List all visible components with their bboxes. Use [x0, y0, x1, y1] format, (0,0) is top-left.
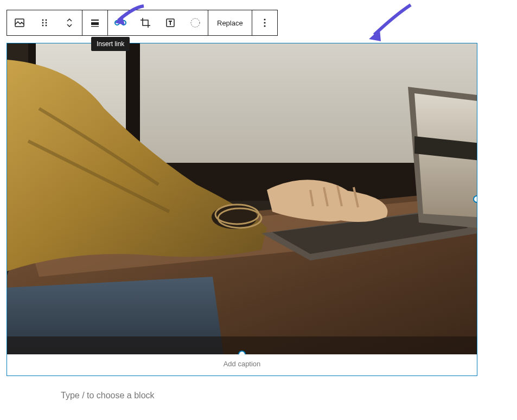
tooltip-insert-link: Insert link — [91, 37, 130, 51]
move-button[interactable] — [57, 10, 82, 35]
svg-point-4 — [46, 22, 47, 24]
resize-handle-right[interactable] — [473, 195, 477, 203]
image-block[interactable]: Add caption — [7, 43, 477, 376]
svg-rect-7 — [91, 20, 99, 21]
replace-button[interactable]: Replace — [208, 10, 252, 35]
image-icon — [13, 16, 26, 29]
image-content[interactable] — [7, 43, 477, 354]
svg-point-6 — [46, 25, 47, 27]
svg-point-12 — [191, 18, 200, 27]
crop-icon — [139, 16, 152, 29]
drag-handle-icon — [38, 16, 51, 29]
block-type-button[interactable] — [7, 10, 32, 35]
move-up-down-icon — [63, 16, 76, 29]
caption-input[interactable]: Add caption — [7, 354, 477, 376]
more-options-button[interactable] — [252, 10, 277, 35]
svg-rect-8 — [91, 22, 99, 25]
crop-button[interactable] — [133, 10, 158, 35]
text-overlay-icon — [164, 16, 177, 29]
toolbar-group-block — [7, 10, 82, 35]
annotation-arrow-2 — [365, 2, 413, 46]
toolbar-group-replace: Replace — [208, 10, 252, 35]
resize-handle-bottom[interactable] — [238, 351, 246, 354]
svg-point-13 — [264, 18, 265, 20]
image-placeholder — [7, 43, 477, 354]
block-toolbar: Replace — [7, 10, 278, 36]
svg-point-15 — [264, 25, 265, 27]
more-options-icon — [258, 16, 271, 29]
drag-handle-button[interactable] — [32, 10, 57, 35]
svg-point-5 — [42, 25, 44, 27]
align-button[interactable] — [82, 10, 107, 35]
toolbar-group-align — [82, 10, 108, 35]
paragraph-placeholder[interactable]: Type / to choose a block — [61, 391, 155, 400]
link-icon — [114, 16, 127, 29]
svg-point-14 — [264, 22, 265, 23]
insert-link-button[interactable] — [108, 10, 133, 35]
duotone-button[interactable] — [183, 10, 208, 35]
align-icon — [88, 16, 101, 29]
text-overlay-button[interactable] — [158, 10, 183, 35]
toolbar-group-more — [252, 10, 277, 35]
svg-rect-9 — [91, 26, 99, 27]
duotone-icon — [189, 16, 202, 29]
svg-point-3 — [42, 22, 44, 24]
svg-point-1 — [42, 20, 44, 21]
svg-point-2 — [46, 20, 47, 21]
toolbar-group-tools — [108, 10, 208, 35]
